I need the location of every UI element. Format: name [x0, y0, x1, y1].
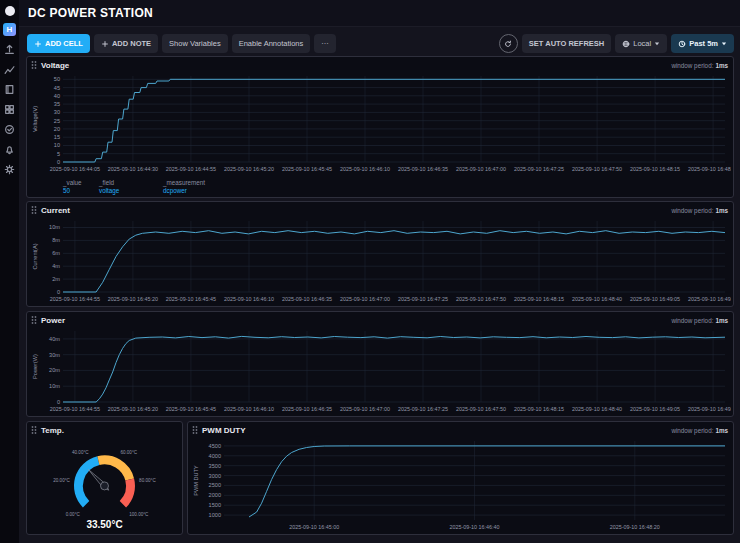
- window-period: window period:1ms: [671, 62, 728, 69]
- svg-text:35: 35: [54, 101, 60, 107]
- svg-text:2025-09-10 16:45:20: 2025-09-10 16:45:20: [108, 406, 158, 412]
- svg-text:2025-09-10 16:46:35: 2025-09-10 16:46:35: [398, 166, 448, 172]
- svg-text:2025-09-10 16:48:15: 2025-09-10 16:48:15: [514, 406, 564, 412]
- nav-item-notebooks[interactable]: [3, 83, 16, 96]
- svg-text:2025-09-10 16:48:15: 2025-09-10 16:48:15: [630, 166, 680, 172]
- add-cell-button[interactable]: ADD CELL: [27, 34, 90, 53]
- svg-text:2500: 2500: [209, 482, 221, 488]
- svg-text:4500: 4500: [209, 443, 221, 449]
- svg-text:2025-09-10 16:48:15: 2025-09-10 16:48:15: [514, 296, 564, 302]
- svg-text:10m: 10m: [49, 383, 60, 389]
- svg-text:2025-09-10 16:49:30: 2025-09-10 16:49:30: [688, 296, 731, 302]
- chevron-down-icon: [721, 41, 727, 46]
- svg-text:2025-09-10 16:47:25: 2025-09-10 16:47:25: [514, 166, 564, 172]
- window-period: window period:1ms: [671, 427, 728, 434]
- nav-item-alerts[interactable]: [3, 143, 16, 156]
- svg-text:25: 25: [54, 118, 60, 124]
- svg-text:Voltage(V): Voltage(V): [32, 106, 38, 132]
- plus-icon: [34, 40, 42, 48]
- enable-annotations-toggle[interactable]: Enable Annotations: [232, 34, 311, 53]
- svg-text:2025-09-10 16:46:40: 2025-09-10 16:46:40: [449, 524, 499, 530]
- panel-voltage-header[interactable]: Voltage window period:1ms: [27, 57, 733, 70]
- timezone-dropdown[interactable]: Local: [615, 34, 667, 53]
- chart-svg: 010m20m30m40m2025-09-10 16:44:552025-09-…: [29, 327, 731, 414]
- pwm-line-chart[interactable]: 100015002000250030003500400045002025-09-…: [190, 437, 731, 532]
- svg-text:2025-09-10 16:45:20: 2025-09-10 16:45:20: [224, 166, 274, 172]
- panel-title: Power: [41, 316, 65, 325]
- power-line-chart[interactable]: 010m20m30m40m2025-09-10 16:44:552025-09-…: [29, 327, 731, 414]
- svg-text:2025-09-10 16:48:40: 2025-09-10 16:48:40: [572, 296, 622, 302]
- svg-text:2025-09-10 16:49:05: 2025-09-10 16:49:05: [630, 406, 680, 412]
- svg-text:0.00°C: 0.00°C: [66, 512, 81, 517]
- svg-text:2025-09-10 16:48:40: 2025-09-10 16:48:40: [688, 166, 731, 172]
- book-icon: [4, 84, 15, 95]
- panel-pwm-header[interactable]: PWM DUTY window period:1ms: [188, 422, 733, 435]
- svg-text:2025-09-10 16:46:35: 2025-09-10 16:46:35: [282, 406, 332, 412]
- set-auto-refresh-button[interactable]: SET AUTO REFRESH: [522, 34, 611, 53]
- graph-icon: [4, 64, 15, 75]
- refresh-button[interactable]: [499, 34, 518, 53]
- nav-item-home[interactable]: H: [3, 23, 16, 36]
- drag-handle-icon[interactable]: [31, 61, 37, 69]
- panel-temp: Temp. 0.00°C20.00°C40.00°C60.00°C80.00°C…: [26, 421, 183, 535]
- svg-text:20: 20: [54, 126, 60, 132]
- drag-handle-icon[interactable]: [31, 316, 37, 324]
- svg-text:2025-09-10 16:45:45: 2025-09-10 16:45:45: [166, 296, 216, 302]
- panel-temp-header[interactable]: Temp.: [27, 422, 182, 435]
- task-check-icon: [4, 124, 15, 135]
- svg-text:60.00°C: 60.00°C: [120, 450, 137, 455]
- svg-text:40.00°C: 40.00°C: [72, 450, 89, 455]
- gear-icon: [4, 164, 15, 175]
- svg-text:2025-09-10 16:45:45: 2025-09-10 16:45:45: [166, 406, 216, 412]
- svg-text:80.00°C: 80.00°C: [139, 478, 156, 483]
- svg-text:2025-09-10 16:44:55: 2025-09-10 16:44:55: [50, 296, 100, 302]
- svg-text:2025-09-10 16:47:25: 2025-09-10 16:47:25: [398, 406, 448, 412]
- voltage-legend: _value _field _measurement 50 voltage dc…: [63, 179, 273, 194]
- bell-icon: [4, 144, 15, 155]
- nav-item-settings[interactable]: [3, 163, 16, 176]
- nav-item-dashboards[interactable]: [3, 103, 16, 116]
- show-variables-toggle[interactable]: Show Variables: [162, 34, 228, 53]
- panel-pwm: PWM DUTY window period:1ms 1000150020002…: [187, 421, 734, 535]
- time-range-dropdown[interactable]: Past 5m: [671, 34, 734, 53]
- panel-title: Voltage: [41, 61, 69, 70]
- svg-text:2025-09-10 16:47:25: 2025-09-10 16:47:25: [398, 296, 448, 302]
- svg-text:Power(W): Power(W): [32, 354, 38, 379]
- svg-text:2025-09-10 16:45:00: 2025-09-10 16:45:00: [289, 524, 339, 530]
- svg-text:0: 0: [57, 159, 60, 165]
- add-note-button[interactable]: ADD NOTE: [94, 34, 158, 53]
- panel-power-header[interactable]: Power window period:1ms: [27, 312, 733, 325]
- svg-text:2025-09-10 16:44:55: 2025-09-10 16:44:55: [50, 406, 100, 412]
- upload-icon: [4, 44, 15, 55]
- svg-text:10: 10: [54, 142, 60, 148]
- nav-item-load-data[interactable]: [3, 43, 16, 56]
- svg-text:2025-09-10 16:46:10: 2025-09-10 16:46:10: [224, 296, 274, 302]
- svg-text:2025-09-10 16:48:40: 2025-09-10 16:48:40: [572, 406, 622, 412]
- svg-text:1500: 1500: [209, 502, 221, 508]
- drag-handle-icon[interactable]: [31, 206, 37, 214]
- svg-text:3500: 3500: [209, 463, 221, 469]
- svg-text:100.00°C: 100.00°C: [129, 512, 149, 517]
- chart-svg: 100015002000250030003500400045002025-09-…: [190, 437, 731, 532]
- panel-title: Temp.: [41, 426, 64, 435]
- drag-handle-icon[interactable]: [31, 426, 37, 434]
- drag-handle-icon[interactable]: [192, 426, 198, 434]
- refresh-icon: [504, 40, 512, 48]
- panel-current-header[interactable]: Current window period:1ms: [27, 202, 733, 215]
- svg-text:PWM DUTY: PWM DUTY: [193, 465, 199, 496]
- chevron-down-icon: [654, 41, 660, 46]
- svg-text:2025-09-10 16:44:05: 2025-09-10 16:44:05: [50, 166, 100, 172]
- svg-text:2m: 2m: [52, 276, 60, 282]
- more-options-button[interactable]: ···: [314, 34, 336, 53]
- svg-text:2025-09-10 16:45:45: 2025-09-10 16:45:45: [282, 166, 332, 172]
- svg-text:45: 45: [54, 85, 60, 91]
- nav-item-data-explorer[interactable]: [3, 63, 16, 76]
- svg-text:2025-09-10 16:46:10: 2025-09-10 16:46:10: [224, 406, 274, 412]
- voltage-line-chart[interactable]: 051015202530354045502025-09-10 16:44:052…: [29, 72, 731, 174]
- nav-item-tasks[interactable]: [3, 123, 16, 136]
- plus-icon: [101, 40, 109, 48]
- svg-text:0: 0: [57, 399, 60, 405]
- current-line-chart[interactable]: 02m4m6m8m10m2025-09-10 16:44:552025-09-1…: [29, 217, 731, 304]
- panel-current: Current window period:1ms 02m4m6m8m10m20…: [26, 201, 734, 307]
- svg-text:2025-09-10 16:47:50: 2025-09-10 16:47:50: [456, 296, 506, 302]
